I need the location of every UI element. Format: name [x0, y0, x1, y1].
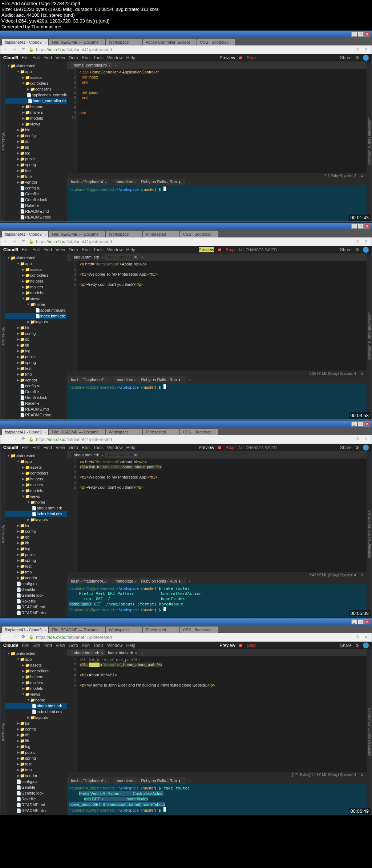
browser-tab[interactable]: flatplanet41 - Cloud9× — [2, 39, 48, 45]
terminal[interactable]: flatplanet41@pinterested:~/workspace (ma… — [67, 185, 367, 221]
editor-tab[interactable]: index.html.erb — [105, 452, 138, 458]
reload-button[interactable]: ⟳ — [20, 47, 27, 53]
browser-tab[interactable]: flatplanet41 - Cloud9× — [2, 429, 48, 435]
browser-tab[interactable]: Pinterested× — [143, 627, 179, 633]
stop-button[interactable]: Stop — [247, 643, 256, 648]
menu-run[interactable]: Run — [82, 55, 90, 60]
stop-button[interactable]: Stop — [226, 247, 235, 252]
browser-tab[interactable]: Action Controller: Except× — [143, 39, 197, 45]
menu-window[interactable]: Window — [107, 247, 123, 252]
stop-button[interactable]: Stop — [226, 445, 235, 450]
file-tree[interactable]: ▼📁pinterested ▼📁app ▶📁assets ▼📁controlle… — [5, 61, 67, 221]
new-terminal-button[interactable]: + — [186, 180, 193, 184]
url-field[interactable]: https://ide.c9.io/flatplanet41/pinterest… — [36, 437, 352, 442]
browser-tab[interactable]: CSS · Bootstrap× — [180, 231, 218, 237]
terminal-tab[interactable]: Immediate× — [111, 578, 137, 584]
preview-button[interactable]: Preview — [219, 643, 235, 648]
menu-icon[interactable]: ≡ — [363, 47, 369, 53]
editor-tab[interactable]: about.html.erb× — [71, 254, 104, 260]
browser-tab[interactable]: Workspace× — [106, 231, 142, 237]
forward-button[interactable]: → — [11, 239, 18, 245]
terminal[interactable]: flatplanet41@pinterested:~/workspace (ma… — [67, 584, 367, 617]
browser-tab[interactable]: File: README — Docume× — [49, 231, 105, 237]
menu-file[interactable]: File — [22, 247, 29, 252]
file-tree[interactable]: ▼📁pinterested ▼📁app ▶📁assets ▶📁controlle… — [5, 451, 67, 617]
menu-help[interactable]: Help — [126, 247, 136, 252]
user-icon[interactable] — [363, 247, 369, 253]
browser-tab[interactable]: Workspace× — [106, 39, 142, 45]
terminal[interactable]: flatplanet41@pinterested:~/workspace (ma… — [67, 784, 367, 815]
editor-tab[interactable]: about.html.erb× — [71, 649, 104, 656]
browser-tab[interactable]: File: README — Docume× — [49, 39, 105, 45]
maximize-button[interactable]: □ — [358, 32, 364, 37]
reload-button[interactable]: ⟳ — [20, 239, 27, 245]
url-field[interactable]: https://ide.c9.io/flatplanet41/pinterest… — [36, 47, 352, 52]
terminal-tab[interactable]: bash - "flatplanet41- — [67, 179, 110, 185]
maximize-button[interactable]: □ — [358, 224, 364, 229]
right-panel-toggle[interactable]: Collaborate Outline Debugger — [367, 61, 372, 221]
browser-tab[interactable]: File: README — Docume× — [49, 429, 105, 435]
menu-icon[interactable]: ≡ — [363, 239, 369, 245]
editor-tab[interactable]: home_controller.rb× — [71, 62, 112, 68]
user-icon[interactable] — [363, 55, 369, 61]
browser-tab[interactable]: Pinterested× — [143, 231, 179, 237]
menu-view[interactable]: View — [56, 247, 65, 252]
menu-goto[interactable]: Goto — [69, 55, 78, 60]
browser-tab[interactable]: Pinterested× — [143, 429, 179, 435]
stop-button[interactable]: Stop — [247, 55, 256, 60]
menu-help[interactable]: Help — [126, 55, 136, 60]
browser-tab[interactable]: flatplanet41 - Cloud9× — [2, 231, 48, 237]
browser-tab[interactable]: CSS · Bootstrap× — [180, 627, 218, 633]
preview-button[interactable]: Preview — [219, 55, 235, 60]
code-editor[interactable]: 12345678910 class HomeController < Appli… — [67, 69, 367, 173]
close-icon[interactable]: × — [109, 63, 111, 69]
share-button[interactable]: Share — [340, 55, 352, 60]
terminal-tab[interactable]: bash - "flatplanet41- — [67, 777, 110, 784]
browser-tab[interactable]: CSS · Bootstrap× — [197, 39, 235, 45]
cloud9-logo[interactable]: Cloud9 — [3, 247, 18, 252]
close-button[interactable]: ✕ — [364, 224, 370, 229]
close-button[interactable]: ✕ — [364, 32, 370, 37]
forward-button[interactable]: → — [11, 47, 18, 53]
browser-tab[interactable]: Workspace× — [106, 627, 142, 633]
menu-find[interactable]: Find — [44, 247, 52, 252]
menu-tools[interactable]: Tools — [93, 55, 104, 60]
new-tab-button[interactable]: + — [113, 63, 119, 67]
gear-icon[interactable]: ⚙ — [355, 55, 359, 60]
url-field[interactable]: https://ide.c9.io/flatplanet41/pinterest… — [36, 239, 352, 244]
browser-tab[interactable]: File: README — Docume× — [49, 627, 105, 633]
preview-button[interactable]: Preview — [199, 247, 214, 252]
url-field[interactable]: https://ide.c9.io/flatplanet41/pinterest… — [36, 635, 352, 640]
bookmark-icon[interactable]: ☆ — [354, 47, 361, 53]
left-panel-toggle[interactable]: Workspace — [0, 253, 5, 419]
menu-view[interactable]: View — [56, 55, 65, 60]
back-button[interactable]: ← — [3, 239, 9, 245]
file-tree[interactable]: ▼📁pinterested ▼📁app ▶📁assets ▶📁controlle… — [5, 253, 67, 419]
terminal-tab[interactable]: Ruby on Rails - Run ⏵ — [137, 578, 186, 584]
bookmark-icon[interactable]: ☆ — [354, 239, 361, 245]
new-tab-button[interactable]: + — [139, 255, 145, 259]
back-button[interactable]: ← — [3, 47, 9, 53]
close-icon[interactable]: × — [45, 40, 47, 46]
browser-tab[interactable]: CSS · Bootstrap× — [180, 429, 218, 435]
menu-goto[interactable]: Goto — [69, 247, 78, 252]
editor-tab[interactable]: index.html.erb — [105, 254, 138, 260]
terminal-tab[interactable]: bash - "flatplanet41- — [67, 578, 110, 584]
menu-file[interactable]: File — [22, 55, 29, 60]
browser-tab[interactable]: Workspace× — [106, 429, 142, 435]
share-button[interactable]: Share — [340, 247, 352, 252]
minimize-button[interactable]: _ — [351, 32, 357, 37]
editor-tab[interactable]: about.html.erb× — [71, 452, 104, 458]
file-tree[interactable]: ▼📁pinterested ▼📁app ▶📁assets ▶📁controlle… — [5, 649, 67, 815]
left-panel-toggle[interactable]: Workspace — [0, 61, 5, 221]
editor-tab[interactable]: index.html.erb× — [105, 649, 138, 656]
code-editor[interactable]: 123456 <a href="/home/about">About Me</a… — [67, 459, 367, 572]
terminal[interactable]: flatplanet41@pinterested:~/workspace (ma… — [67, 383, 367, 419]
terminal-tab[interactable]: Ruby on Rails - Run ⏵ — [137, 179, 186, 185]
menu-run[interactable]: Run — [82, 247, 90, 252]
terminal-tab[interactable]: Immediate× — [111, 179, 137, 185]
terminal-tab[interactable]: Immediate× — [111, 376, 137, 383]
preview-button[interactable]: Preview — [199, 445, 214, 450]
terminal-tab[interactable]: Ruby on Rails - Run ⏵ — [137, 376, 186, 383]
menu-find[interactable]: Find — [44, 55, 52, 60]
